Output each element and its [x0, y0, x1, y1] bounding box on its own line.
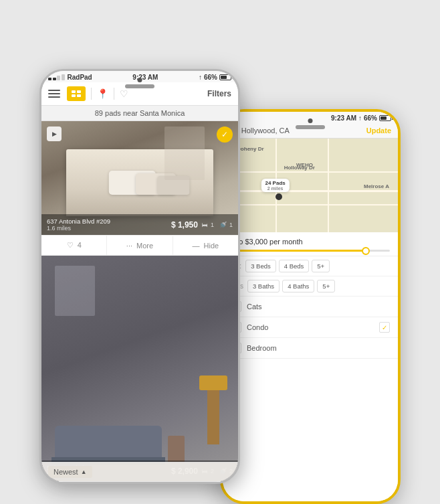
listing-address-1: 637 Antonia Blvd #209 [47, 218, 110, 225]
listing-price-1: $ 1,950 [171, 220, 198, 230]
condo-end-check[interactable]: ✓ [379, 322, 390, 333]
filter-condo-row: ✓ Condo ✓ [223, 317, 398, 338]
price-range-label: 0 to $3,000 per month [231, 238, 390, 246]
location-arrow-right: ↑ [358, 114, 362, 122]
hamburger-menu[interactable] [48, 90, 60, 98]
battery-percent-right: 66% [364, 114, 377, 122]
listing-overlay-1: 637 Antonia Blvd #209 1.6 miles $ 1,950 … [41, 214, 238, 235]
card-actions-1: ♡ 4 ··· More — Hide [41, 235, 238, 255]
condo-label: Condo [247, 323, 374, 331]
road-v2 [328, 139, 329, 232]
nav-icons: 📍 ♡ [67, 86, 207, 101]
phone-left: RadPad 9:23 AM ↑ 66% [39, 69, 240, 484]
hide-dash-icon: — [192, 242, 199, 250]
bed-icon-1: 🛏 [202, 222, 208, 228]
svg-rect-3 [77, 94, 81, 97]
speaker-left [125, 84, 154, 88]
svg-rect-1 [77, 90, 81, 93]
signal-icon [48, 74, 65, 80]
filter-bedroom-row: ✓ Bedroom [223, 338, 398, 359]
pads-count: 24 Pads [265, 180, 285, 186]
beds-3-chip[interactable]: 3 Beds [245, 260, 276, 272]
hide-button-1[interactable]: — Hide [173, 236, 238, 255]
price-slider-track[interactable] [231, 250, 390, 252]
baths-3-chip[interactable]: 3 Baths [247, 280, 280, 292]
filter-beds-row: ds : 3 Beds 4 Beds 5+ [223, 256, 398, 276]
nav-sep-1 [91, 88, 92, 100]
heart-icon: ♡ [67, 241, 74, 249]
map-view[interactable]: Holloway Dr Melrose A WEHO N Doheny Dr 2… [223, 139, 398, 232]
road-holloway [223, 171, 398, 173]
listing-price-row-1: $ 1,950 🛏 1 🚿 1 [171, 220, 233, 230]
svg-rect-0 [72, 90, 76, 93]
bedroom-label: Bedroom [247, 344, 390, 352]
battery-area-left: ↑ 66% [199, 74, 231, 81]
like-button-1[interactable]: ♡ 4 [41, 236, 107, 255]
play-button[interactable]: ▶ [47, 127, 62, 141]
price-slider-thumb[interactable] [362, 247, 370, 255]
bed-count-1: 1 [211, 222, 214, 228]
time-right: 9:23 AM [331, 114, 356, 122]
filter-panel: 0 to $3,000 per month ds : 3 Beds 4 Beds… [223, 232, 398, 501]
listing-card-2: Science Circle 0.2 miles $ 2,900 🛏 2 🚿 2 [41, 256, 238, 482]
bath-icon-1: 🚿 [219, 222, 227, 228]
sort-label: Newest [53, 468, 78, 476]
pads-sub: 2 miles [265, 186, 285, 191]
speaker-right [296, 125, 325, 129]
price-slider-fill [231, 250, 366, 252]
more-button-1[interactable]: ··· More [107, 236, 173, 255]
update-button[interactable]: Update [366, 127, 391, 135]
filter-cats-row: ✓ Cats [223, 297, 398, 317]
baths-5plus-chip[interactable]: 5+ [317, 280, 335, 292]
map-label-melrose: Melrose A [364, 183, 389, 189]
listing-card-1: ▶ ✓ 637 Antonia Blvd #209 1.6 miles $ 1,… [41, 121, 238, 256]
camera-left [138, 78, 142, 82]
sort-chevron-icon: ▲ [81, 469, 87, 475]
time-left: 9:23 AM [132, 74, 158, 81]
camera-right [308, 118, 313, 123]
beds-4-chip[interactable]: 4 Beds [279, 260, 310, 272]
grid-view-icon[interactable] [67, 86, 86, 101]
more-label-1: More [136, 242, 153, 250]
cats-label: Cats [247, 303, 390, 311]
map-location-pin [276, 193, 282, 200]
listing-specs-1: 🛏 1 🚿 1 [202, 222, 233, 228]
map-label-weho: WEHO [296, 162, 313, 168]
more-dots-icon: ··· [126, 242, 132, 250]
map-pin-icon[interactable]: 📍 [97, 88, 108, 99]
pads-badge: 24 Pads 2 miles [261, 179, 289, 192]
filters-button[interactable]: Filters [207, 89, 231, 98]
like-count-1: 4 [78, 241, 82, 249]
search-text: 89 pads near Santa Monica [95, 109, 185, 117]
battery-icon-right [379, 115, 391, 121]
battery-percent-left: 66% [204, 74, 217, 81]
road-melrose [223, 190, 398, 192]
battery-icon-left [219, 74, 231, 80]
road-h2 [223, 204, 398, 205]
carrier-name: RadPad [68, 74, 92, 81]
location-arrow-left: ↑ [199, 74, 202, 81]
filter-baths-row: aths 3 Baths 4 Baths 5+ [223, 276, 398, 297]
bath-count-1: 1 [229, 222, 233, 228]
hide-label-1: Hide [204, 242, 219, 250]
listing-image-2[interactable]: Science Circle 0.2 miles $ 2,900 🛏 2 🚿 2 [41, 256, 238, 481]
nav-sep-2 [114, 88, 114, 100]
baths-4-chip[interactable]: 4 Baths [282, 280, 314, 292]
filter-price-section: 0 to $3,000 per month [223, 232, 398, 256]
search-bar-left: 89 pads near Santa Monica [41, 106, 238, 121]
phone-right: 9:23 AM ↑ 66% est Hollywood, CA Update [220, 109, 401, 504]
sort-bar: Newest ▲ [41, 462, 238, 481]
listing-image-1[interactable]: ▶ ✓ 637 Antonia Blvd #209 1.6 miles $ 1,… [41, 121, 238, 235]
verified-badge: ✓ [217, 127, 233, 143]
scene: RadPad 9:23 AM ↑ 66% [0, 0, 440, 504]
favorites-icon[interactable]: ♡ [120, 88, 128, 99]
sort-button[interactable]: Newest ▲ [48, 466, 92, 478]
svg-rect-2 [72, 94, 76, 97]
beds-5plus-chip[interactable]: 5+ [312, 260, 330, 272]
listing-miles-1: 1.6 miles [47, 225, 110, 232]
